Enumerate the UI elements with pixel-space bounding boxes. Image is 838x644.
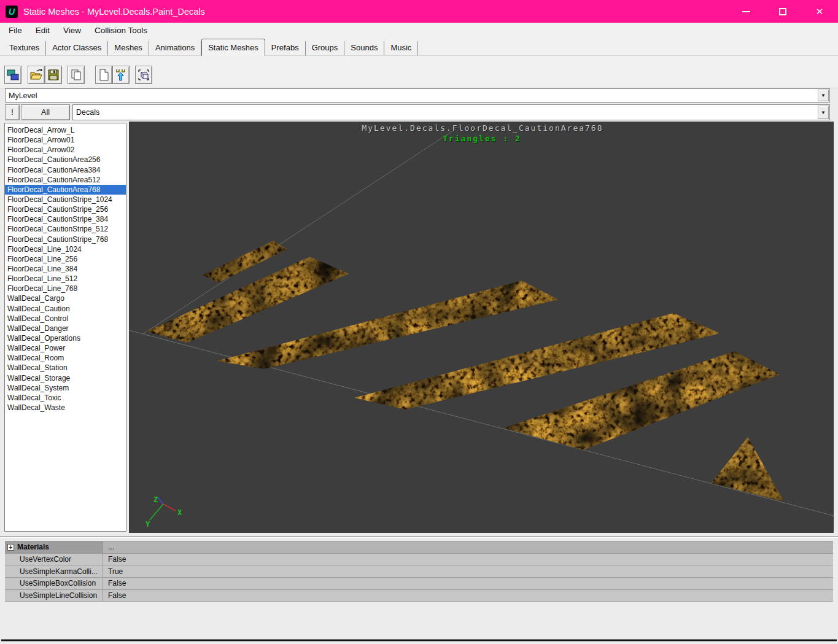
list-item[interactable]: FloorDecal_Line_384: [5, 264, 126, 274]
maximize-icon: [779, 8, 786, 15]
list-item[interactable]: FloorDecal_Line_256: [5, 254, 126, 264]
window-bottom-edge: [1, 639, 837, 642]
tab-music[interactable]: Music: [384, 41, 418, 55]
property-label: +Materials: [5, 541, 103, 553]
tab-meshes[interactable]: Meshes: [108, 41, 149, 55]
list-item[interactable]: FloorDecal_CautionStripe_384: [5, 214, 126, 224]
list-item[interactable]: WallDecal_Caution: [5, 304, 126, 314]
copy-icon: [69, 68, 83, 82]
property-label: UseSimpleKarmaColli...: [5, 565, 103, 577]
list-item[interactable]: FloorDecal_CautionArea768: [5, 185, 126, 195]
list-item[interactable]: FloorDecal_CautionArea512: [5, 175, 126, 185]
maximize-button[interactable]: [764, 0, 801, 23]
property-row: +Materials...: [5, 541, 833, 554]
dock-windows-button[interactable]: [4, 66, 21, 84]
group-combobox-value: Decals: [73, 108, 817, 117]
property-name: Materials: [17, 543, 49, 551]
group-dropdown-arrow-icon[interactable]: ▼: [818, 106, 829, 119]
property-label: UseSimpleLineCollision: [5, 590, 103, 602]
list-item[interactable]: FloorDecal_CautionArea384: [5, 165, 126, 175]
minimize-button[interactable]: [727, 0, 764, 23]
list-item[interactable]: WallDecal_System: [5, 383, 126, 393]
tab-actor-classes[interactable]: Actor Classes: [46, 41, 108, 55]
window-controls: ✕: [727, 0, 838, 23]
tab-groups[interactable]: Groups: [306, 41, 345, 55]
save-icon: [47, 68, 60, 82]
property-value[interactable]: False: [103, 578, 833, 589]
property-value[interactable]: False: [103, 590, 833, 602]
package-dropdown-arrow-icon[interactable]: ▼: [818, 90, 829, 101]
mesh-list: FloorDecal_Arrow_LFloorDecal_Arrow01Floo…: [4, 123, 126, 532]
status-area: [0, 602, 838, 644]
property-label: UseSimpleBoxCollision: [5, 578, 103, 589]
open-package-button[interactable]: [28, 66, 45, 84]
property-row: UseVertexColorFalse: [5, 554, 833, 566]
property-value[interactable]: True: [103, 565, 833, 577]
property-value[interactable]: False: [103, 554, 833, 565]
list-item[interactable]: FloorDecal_Arrow01: [5, 135, 126, 145]
list-item[interactable]: FloorDecal_CautionStripe_512: [5, 224, 126, 234]
list-item[interactable]: FloorDecal_Line_1024: [5, 244, 126, 254]
list-item[interactable]: FloorDecal_CautionArea256: [5, 155, 126, 165]
bounding-box-button[interactable]: [135, 66, 152, 84]
expand-plus-icon[interactable]: +: [7, 544, 14, 551]
window-title: Static Meshes - MyLevel.Decals.Paint_Dec…: [23, 7, 205, 17]
all-button[interactable]: All: [21, 104, 70, 120]
package-combobox[interactable]: MyLevel ▼: [5, 88, 830, 103]
tab-bar: TexturesActor ClassesMeshesAnimationsSta…: [0, 38, 838, 56]
list-item[interactable]: WallDecal_Cargo: [5, 293, 126, 303]
list-item[interactable]: FloorDecal_Line_512: [5, 274, 126, 284]
property-value[interactable]: ...: [103, 541, 833, 553]
close-button[interactable]: ✕: [801, 0, 838, 23]
list-item[interactable]: WallDecal_Storage: [5, 373, 126, 383]
title-bar: U Static Meshes - MyLevel.Decals.Paint_D…: [0, 0, 838, 23]
property-label: UseVertexColor: [5, 554, 103, 565]
new-button[interactable]: [95, 66, 112, 84]
property-name: UseVertexColor: [20, 555, 71, 564]
unreal-logo-icon: U: [6, 6, 18, 18]
list-item[interactable]: WallDecal_Toxic: [5, 393, 126, 403]
list-item[interactable]: FloorDecal_Line_768: [5, 284, 126, 293]
list-item[interactable]: WallDecal_Room: [5, 353, 126, 363]
property-name: UseSimpleLineCollision: [20, 591, 97, 600]
bounding-box-icon: [137, 68, 150, 82]
list-item[interactable]: FloorDecal_CautionStripe_1024: [5, 195, 126, 204]
tab-prefabs[interactable]: Prefabs: [265, 41, 306, 55]
viewport-canvas: MyLevel.Decals.FloorDecal_CautionArea768…: [129, 122, 834, 533]
panel-divider: [0, 536, 838, 538]
menu-view[interactable]: View: [56, 24, 88, 37]
menu-file[interactable]: File: [2, 24, 29, 37]
menu-edit[interactable]: Edit: [29, 24, 56, 37]
list-item[interactable]: WallDecal_Danger: [5, 324, 126, 333]
list-item[interactable]: FloorDecal_CautionStripe_256: [5, 204, 126, 214]
folder-open-icon: [29, 68, 43, 82]
axis-z-label: Z: [153, 495, 158, 504]
mesh-label: MyLevel.Decals.FloorDecal_CautionArea768: [362, 123, 603, 133]
list-item[interactable]: WallDecal_Station: [5, 363, 126, 373]
save-package-button[interactable]: [45, 66, 62, 84]
axis-y-label: Y: [145, 520, 150, 529]
list-item[interactable]: FloorDecal_Arrow_L: [5, 125, 126, 135]
list-item[interactable]: WallDecal_Operations: [5, 333, 126, 343]
package-combobox-value: MyLevel: [6, 91, 817, 100]
insert-arrow-icon: [114, 68, 128, 82]
insert-mesh-button[interactable]: [112, 66, 130, 84]
tab-textures[interactable]: Textures: [3, 41, 46, 55]
list-item[interactable]: WallDecal_Control: [5, 314, 126, 324]
menu-collision-tools[interactable]: Collision Tools: [88, 24, 154, 37]
dock-windows-icon: [6, 68, 20, 82]
close-icon: ✕: [816, 6, 824, 17]
viewport-3d[interactable]: MyLevel.Decals.FloorDecal_CautionArea768…: [129, 122, 834, 533]
list-item[interactable]: WallDecal_Waste: [5, 403, 126, 413]
tab-sounds[interactable]: Sounds: [344, 41, 384, 55]
exclamation-button[interactable]: !: [5, 104, 20, 120]
group-combobox[interactable]: Decals ▼: [72, 104, 830, 120]
tab-static-meshes[interactable]: Static Meshes: [201, 39, 265, 56]
triangles-label: Triangles : 2: [443, 134, 521, 143]
new-document-icon: [97, 68, 111, 82]
tab-animations[interactable]: Animations: [149, 41, 201, 55]
list-item[interactable]: FloorDecal_Arrow02: [5, 145, 126, 155]
copy-button[interactable]: [68, 66, 85, 84]
list-item[interactable]: WallDecal_Power: [5, 343, 126, 353]
list-item[interactable]: FloorDecal_CautionStripe_768: [5, 235, 126, 244]
